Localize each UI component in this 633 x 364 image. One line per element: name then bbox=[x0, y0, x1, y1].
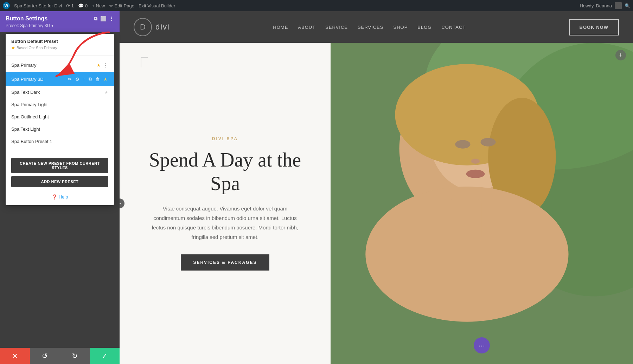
panel-preset-subtitle[interactable]: Preset: Spa Primary 3D ▾ bbox=[6, 23, 114, 28]
delete-preset-icon[interactable]: 🗑 bbox=[95, 76, 101, 83]
exit-builder-button[interactable]: Exit Visual Builder bbox=[139, 3, 175, 8]
preset-spa-primary-star[interactable]: ★ bbox=[97, 63, 101, 68]
preset-dropdown: Button Default Preset ★ Based On: Spa Pr… bbox=[6, 34, 114, 205]
preset-item-spa-primary-light[interactable]: Spa Primary Light bbox=[6, 98, 114, 111]
help-icon: ❓ bbox=[52, 194, 57, 200]
updates-count[interactable]: ⟳ 1 bbox=[66, 3, 74, 8]
nav-home[interactable]: HOME bbox=[273, 25, 288, 30]
svg-point-10 bbox=[455, 140, 470, 149]
bottom-bar: ✕ ↺ ↻ ✓ bbox=[0, 348, 120, 364]
preset-item-spa-primary[interactable]: Spa Primary ★ ⋮ bbox=[6, 58, 114, 72]
svg-rect-9 bbox=[448, 199, 482, 241]
hero-description: Vitae consequat augue. Vivamus eget dolo… bbox=[148, 204, 302, 242]
preset-item-spa-text-light[interactable]: Spa Text Light bbox=[6, 123, 114, 135]
hero-left: DIVI SPA Spend A Day at the Spa Vitae co… bbox=[120, 43, 331, 364]
hero-tag: DIVI SPA bbox=[212, 136, 238, 141]
panel-more-icon[interactable]: ⋮ bbox=[109, 16, 114, 21]
user-avatar bbox=[615, 2, 622, 9]
nav-shop[interactable]: SHOP bbox=[393, 25, 408, 30]
help-link[interactable]: ❓ Help bbox=[11, 194, 108, 200]
hero-right: + ··· bbox=[331, 43, 633, 364]
panel-title: Button Settings ⧉ ⬜ ⋮ bbox=[6, 15, 114, 22]
preset-item-spa-text-dark[interactable]: Spa Text Dark ★ bbox=[6, 86, 114, 98]
preset-item-spa-primary-actions: ★ ⋮ bbox=[97, 62, 108, 69]
logo-text: divi bbox=[155, 22, 170, 32]
site-name[interactable]: Spa Starter Site for Divi bbox=[14, 3, 62, 8]
preset-based-on: ★ Based On: Spa Primary bbox=[11, 45, 108, 50]
preset-item-spa-primary-3d[interactable]: Spa Primary 3D ✏ ⚙ ↑ ⧉ 🗑 ★ bbox=[6, 72, 114, 86]
preset-text-dark-actions: ★ bbox=[104, 90, 108, 95]
nav-contact[interactable]: CONTACT bbox=[441, 25, 466, 30]
save-button[interactable]: ✓ bbox=[90, 348, 120, 364]
star-icon: ★ bbox=[11, 45, 15, 50]
main-container: Button Settings ⧉ ⬜ ⋮ Preset: Spa Primar… bbox=[0, 0, 633, 364]
nav-service[interactable]: SERVICE bbox=[325, 25, 348, 30]
site-nav: D divi HOME ABOUT SERVICE SERVICES SHOP … bbox=[120, 11, 633, 43]
star-preset-icon[interactable]: ★ bbox=[103, 76, 108, 83]
edit-preset-icon[interactable]: ✏ bbox=[67, 76, 72, 83]
preset-list: Spa Primary ★ ⋮ Spa Primary 3D ✏ ⚙ ↑ ⧉ 🗑 bbox=[6, 56, 114, 150]
content-area: D divi HOME ABOUT SERVICE SERVICES SHOP … bbox=[120, 11, 633, 364]
hero-bracket bbox=[141, 57, 148, 67]
section-options-button[interactable]: ··· bbox=[474, 337, 490, 353]
add-section-button[interactable]: + bbox=[615, 50, 626, 60]
svg-point-12 bbox=[471, 159, 480, 164]
export-preset-icon[interactable]: ↑ bbox=[82, 76, 86, 83]
left-panel: Button Settings ⧉ ⬜ ⋮ Preset: Spa Primar… bbox=[0, 11, 120, 364]
preset-default-label: Button Default Preset bbox=[11, 39, 108, 44]
copy-preset-icon[interactable]: ⧉ bbox=[88, 76, 92, 83]
book-now-button[interactable]: BOOK NOW bbox=[569, 19, 619, 35]
hero-svg-portrait bbox=[331, 43, 633, 364]
panel-expand-icon[interactable]: ⬜ bbox=[100, 16, 106, 21]
nav-blog[interactable]: BLOG bbox=[417, 25, 431, 30]
site-logo: D divi bbox=[134, 18, 170, 36]
hero-section: DIVI SPA Spend A Day at the Spa Vitae co… bbox=[120, 43, 633, 364]
panel-title-icons: ⧉ ⬜ ⋮ bbox=[94, 16, 114, 22]
admin-bar-right: Howdy, Deanna 🔍 bbox=[580, 2, 630, 9]
hero-cta-button[interactable]: SERVICES & PACKAGES bbox=[181, 254, 270, 271]
logo-circle: D bbox=[134, 18, 152, 36]
hero-title: Spend A Day at the Spa bbox=[148, 148, 302, 195]
hero-image bbox=[331, 43, 633, 364]
preset-item-spa-outlined-light[interactable]: Spa Outlined Light bbox=[6, 111, 114, 123]
panel-header: Button Settings ⧉ ⬜ ⋮ Preset: Spa Primar… bbox=[0, 11, 120, 32]
preset-divider bbox=[6, 152, 114, 152]
create-preset-button[interactable]: CREATE NEW PRESET FROM CURRENT STYLES bbox=[11, 158, 108, 173]
preset-spa-primary-more[interactable]: ⋮ bbox=[103, 62, 108, 69]
comments-count[interactable]: 💬 0 bbox=[78, 3, 88, 8]
new-button[interactable]: + New bbox=[92, 3, 105, 8]
wp-logo[interactable]: W bbox=[3, 2, 10, 9]
add-preset-button[interactable]: ADD NEW PRESET bbox=[11, 176, 108, 187]
settings-preset-icon[interactable]: ⚙ bbox=[75, 76, 80, 83]
preset-item-spa-button-preset-1[interactable]: Spa Button Preset 1 bbox=[6, 135, 114, 148]
site-nav-links: HOME ABOUT SERVICE SERVICES SHOP BLOG CO… bbox=[273, 25, 466, 30]
nav-services[interactable]: SERVICES bbox=[358, 25, 384, 30]
undo-button[interactable]: ↺ bbox=[30, 348, 60, 364]
svg-point-13 bbox=[466, 170, 485, 178]
panel-duplicate-icon[interactable]: ⧉ bbox=[94, 16, 97, 22]
preset-text-dark-star[interactable]: ★ bbox=[104, 90, 108, 95]
preset-help: ❓ Help bbox=[6, 191, 114, 205]
svg-point-11 bbox=[480, 138, 495, 147]
admin-bar: W Spa Starter Site for Divi ⟳ 1 💬 0 + Ne… bbox=[0, 0, 633, 11]
redo-button[interactable]: ↻ bbox=[60, 348, 90, 364]
edit-page-button[interactable]: ✏ Edit Page bbox=[109, 3, 134, 8]
preset-item-3d-actions: ✏ ⚙ ↑ ⧉ 🗑 ★ bbox=[67, 76, 109, 83]
close-button[interactable]: ✕ bbox=[0, 348, 30, 364]
resize-handle[interactable]: ↔ bbox=[120, 199, 124, 208]
preset-buttons: CREATE NEW PRESET FROM CURRENT STYLES AD… bbox=[6, 154, 114, 191]
nav-about[interactable]: ABOUT bbox=[298, 25, 315, 30]
preset-dropdown-header: Button Default Preset ★ Based On: Spa Pr… bbox=[6, 34, 114, 56]
